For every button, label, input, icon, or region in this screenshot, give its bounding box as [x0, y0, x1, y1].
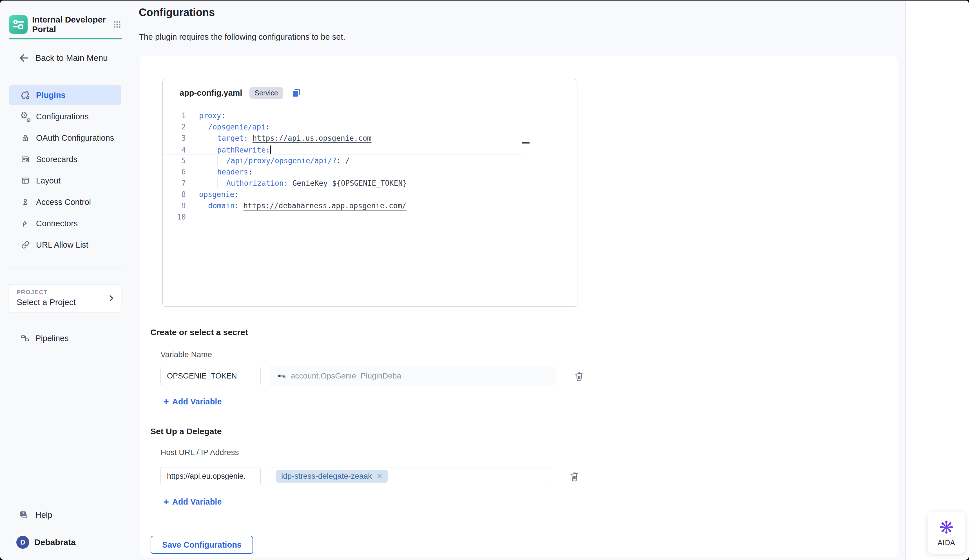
- configuration-panel: app-config.yaml Service 1p: [140, 56, 898, 557]
- brand-logo-icon: [9, 15, 28, 34]
- line-number: 3: [163, 133, 186, 144]
- secret-section-heading: Create or select a secret: [150, 327, 898, 338]
- sidebar-item-pipelines[interactable]: Pipelines: [20, 330, 130, 347]
- pipelines-icon: [20, 334, 30, 343]
- sidebar-item-access-control[interactable]: Access Control: [9, 192, 122, 212]
- add-variable-secret[interactable]: + Add Variable: [163, 397, 222, 406]
- back-arrow-icon: [18, 53, 29, 63]
- sidebar-item-url-allow-list[interactable]: URL Allow List: [9, 235, 122, 255]
- aida-label: AIDA: [938, 538, 955, 547]
- sidebar-item-label: OAuth Configurations: [36, 133, 114, 143]
- main-content: Configurations The plugin requires the f…: [130, 1, 906, 560]
- code-line[interactable]: 10: [163, 211, 522, 223]
- sidebar-item-layout[interactable]: Layout: [9, 171, 122, 191]
- help-label: Help: [35, 510, 52, 520]
- code-line[interactable]: 8opsgenie:: [163, 189, 522, 200]
- key-icon: [277, 371, 286, 381]
- delegate-tag-text: idp-stress-delegate-zeaak: [281, 472, 372, 481]
- delegate-row: idp-stress-delegate-zeaak ✕: [160, 467, 898, 485]
- aida-flower-icon: ❋: [939, 519, 954, 536]
- line-number: 1: [163, 110, 186, 121]
- sidebar-item-label: Plugins: [36, 91, 66, 100]
- sidebar-footer: ? Help D Debabrata: [0, 499, 130, 560]
- secret-reference-value: account.OpsGenie_PluginDeba: [291, 371, 401, 381]
- code-line[interactable]: 7Authorization: GenieKey ${OPSGENIE_TOKE…: [163, 178, 522, 189]
- editor-right-edge: [522, 109, 522, 305]
- delete-variable-button[interactable]: [573, 369, 585, 383]
- line-number: 2: [163, 121, 186, 133]
- line-number: 9: [163, 200, 186, 211]
- add-variable-label: Add Variable: [172, 497, 222, 507]
- line-number: 8: [163, 189, 186, 200]
- remove-tag-icon[interactable]: ✕: [376, 472, 383, 480]
- right-gutter: ❋ AIDA: [906, 1, 969, 560]
- line-number: 7: [163, 178, 186, 189]
- help-icon: ?: [18, 510, 29, 520]
- code-line[interactable]: 4pathRewrite:: [163, 144, 522, 155]
- text-cursor: [270, 146, 271, 154]
- project-selector[interactable]: PROJECT Select a Project: [9, 284, 122, 312]
- variable-name-label: Variable Name: [160, 350, 898, 360]
- line-number: 5: [163, 155, 186, 166]
- brand-underline: [9, 38, 122, 40]
- host-url-input[interactable]: [160, 467, 261, 485]
- user-name: Debabrata: [34, 537, 76, 547]
- aida-widget[interactable]: ❋ AIDA: [928, 512, 965, 554]
- back-to-main-menu[interactable]: Back to Main Menu: [18, 51, 130, 65]
- host-url-label: Host URL / IP Address: [160, 448, 898, 457]
- plus-icon: +: [163, 397, 169, 406]
- delete-delegate-button[interactable]: [568, 469, 581, 483]
- delegate-section-heading: Set Up a Delegate: [150, 427, 898, 437]
- delegate-tag-field[interactable]: idp-stress-delegate-zeaak ✕: [270, 467, 551, 485]
- overview-ruler-cursor-mark: [522, 142, 529, 143]
- code-line[interactable]: 5/api/proxy/opsgenie/api/?: /: [163, 155, 522, 166]
- sidebar-item-label: Layout: [36, 176, 60, 185]
- save-configurations-button[interactable]: Save Configurations: [151, 536, 253, 554]
- code-lines: 1proxy:2/opsgenie/api:3target: https://a…: [163, 110, 522, 223]
- chevron-right-icon: [107, 294, 115, 302]
- code-line[interactable]: 9domain: https://debaharness.app.opsgeni…: [163, 200, 522, 211]
- copy-button[interactable]: [291, 87, 302, 98]
- variable-name-input[interactable]: [160, 367, 261, 385]
- avatar: D: [16, 536, 29, 549]
- sidebar-item-plugins[interactable]: Plugins: [9, 85, 122, 105]
- scorecards-icon: [20, 155, 30, 164]
- app-window: Internal Developer Portal: [0, 0, 969, 560]
- trash-icon: [569, 470, 580, 482]
- svg-text:?: ?: [22, 511, 24, 516]
- link-icon: [20, 240, 30, 249]
- add-variable-label: Add Variable: [172, 397, 222, 406]
- sidebar-divider: [9, 72, 122, 72]
- apps-grid-icon[interactable]: [112, 20, 122, 30]
- layout-icon: [20, 176, 30, 185]
- sidebar-item-scorecards[interactable]: Scorecards: [9, 150, 122, 169]
- code-editor[interactable]: 1proxy:2/opsgenie/api:3target: https://a…: [163, 110, 522, 223]
- sidebar: Internal Developer Portal: [0, 1, 130, 560]
- help-button[interactable]: ? Help: [18, 507, 130, 523]
- brand-title: Internal Developer Portal: [32, 15, 106, 34]
- page-subtitle: The plugin requires the following config…: [139, 32, 906, 42]
- user-menu[interactable]: D Debabrata: [16, 536, 130, 549]
- secret-reference-select[interactable]: account.OpsGenie_PluginDeba: [270, 367, 556, 385]
- sidebar-item-configurations[interactable]: ⚙⚙ Configurations: [9, 106, 122, 126]
- secret-variable-row: account.OpsGenie_PluginDeba: [160, 367, 898, 385]
- project-label: Select a Project: [17, 297, 115, 307]
- sidebar-item-label: Configurations: [36, 112, 89, 121]
- yaml-editor-card: app-config.yaml Service 1p: [162, 79, 578, 307]
- add-variable-delegate[interactable]: + Add Variable: [163, 497, 222, 507]
- sidebar-nav: Plugins ⚙⚙ Configurations: [0, 85, 130, 255]
- code-line[interactable]: 3target: https://api.us.opsgenie.com: [163, 133, 522, 144]
- person-icon: [20, 197, 30, 207]
- service-badge: Service: [250, 87, 283, 99]
- yaml-editor-header: app-config.yaml Service: [163, 79, 577, 99]
- code-line[interactable]: 2/opsgenie/api:: [163, 121, 522, 133]
- sidebar-item-connectors[interactable]: Connectors: [9, 214, 122, 233]
- line-number: 10: [163, 211, 186, 223]
- sidebar-divider: [9, 499, 122, 499]
- code-line[interactable]: 1proxy:: [163, 110, 522, 121]
- sidebar-item-oauth-configurations[interactable]: OAuth Configurations: [9, 128, 122, 148]
- code-line[interactable]: 6headers:: [163, 166, 522, 178]
- configurations-icon: ⚙⚙: [20, 112, 30, 121]
- sidebar-item-label: Scorecards: [36, 155, 77, 164]
- sidebar-item-label: URL Allow List: [36, 240, 88, 249]
